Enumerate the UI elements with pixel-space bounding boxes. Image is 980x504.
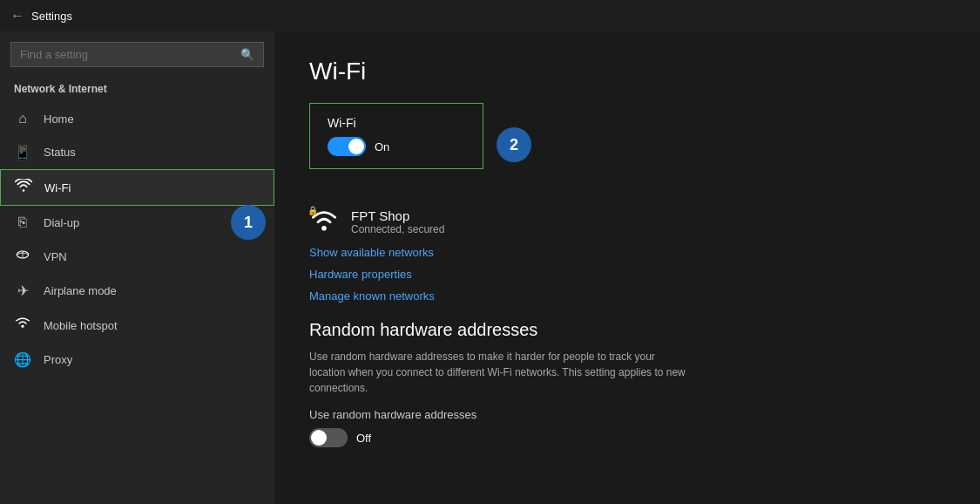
title-bar: ← Settings — [0, 0, 980, 31]
random-hw-toggle-label: Off — [356, 432, 371, 445]
wifi-card-title: Wi-Fi — [328, 116, 465, 130]
sidebar-item-dialup[interactable]: ⎘ Dial-up 1 — [0, 206, 274, 239]
random-hw-desc: Use random hardware addresses to make it… — [309, 349, 693, 396]
sidebar-item-label: VPN — [44, 250, 67, 263]
hotspot-icon — [14, 317, 31, 334]
search-icon: 🔍 — [240, 48, 254, 61]
sidebar-item-vpn[interactable]: VPN — [0, 239, 274, 274]
badge-2: 2 — [497, 127, 531, 162]
sidebar-item-proxy[interactable]: 🌐 Proxy — [0, 343, 274, 377]
sidebar-item-airplane[interactable]: ✈ Airplane mode — [0, 274, 274, 308]
connected-network: 🔒 FPT Shop Connected, secured — [309, 208, 945, 235]
random-hw-toggle-knob — [311, 430, 327, 446]
dialup-icon: ⎘ — [14, 215, 31, 230]
sidebar-item-label: Proxy — [44, 353, 72, 366]
sidebar-item-hotspot[interactable]: Mobile hotspot — [0, 308, 274, 343]
vpn-icon — [14, 248, 31, 265]
search-box[interactable]: 🔍 — [10, 42, 264, 67]
sidebar-item-status[interactable]: 📱 Status — [0, 135, 274, 169]
random-hw-toggle[interactable] — [309, 428, 348, 447]
page-title: Wi-Fi — [309, 58, 945, 85]
home-icon: ⌂ — [14, 111, 31, 126]
wifi-card: Wi-Fi On — [309, 103, 483, 169]
svg-point-2 — [321, 226, 327, 231]
sidebar-item-label: Wi-Fi — [44, 181, 71, 194]
main-layout: 🔍 Network & Internet ⌂ Home 📱 Status Wi-… — [0, 31, 980, 504]
show-networks-link[interactable]: Show available networks — [309, 246, 945, 259]
sidebar-item-label: Home — [44, 112, 74, 126]
wifi-toggle[interactable] — [328, 137, 366, 156]
hardware-properties-link[interactable]: Hardware properties — [309, 268, 945, 281]
sidebar-item-label: Dial-up — [44, 216, 79, 229]
network-status: Connected, secured — [351, 223, 444, 235]
airplane-icon: ✈ — [14, 283, 31, 299]
badge-1: 1 — [231, 205, 266, 240]
toggle-knob — [348, 139, 364, 154]
sidebar-item-label: Status — [44, 146, 76, 159]
sidebar-item-home[interactable]: ⌂ Home — [0, 102, 274, 135]
sidebar-item-label: Airplane mode — [44, 284, 117, 297]
sidebar: 🔍 Network & Internet ⌂ Home 📱 Status Wi-… — [0, 31, 274, 504]
network-name: FPT Shop — [351, 208, 444, 223]
proxy-icon: 🌐 — [14, 351, 31, 368]
network-info: FPT Shop Connected, secured — [351, 208, 444, 235]
random-hw-toggle-row: Off — [309, 428, 945, 447]
content-area: Wi-Fi Wi-Fi On 2 🔒 — [274, 31, 980, 504]
random-hw-setting-label: Use random hardware addresses — [309, 408, 945, 421]
app-title: Settings — [31, 10, 72, 23]
wifi-toggle-label: On — [375, 140, 389, 153]
search-input[interactable] — [20, 48, 233, 61]
wifi-toggle-row: On — [328, 137, 465, 156]
random-hw-title: Random hardware addresses — [309, 320, 945, 340]
sidebar-item-label: Mobile hotspot — [44, 319, 118, 332]
back-button[interactable]: ← — [10, 8, 24, 24]
manage-networks-link[interactable]: Manage known networks — [309, 289, 945, 303]
status-icon: 📱 — [14, 144, 31, 160]
sidebar-item-wifi[interactable]: Wi-Fi — [0, 169, 274, 206]
sidebar-section-title: Network & Internet — [0, 74, 274, 102]
svg-point-1 — [21, 325, 24, 328]
wifi-icon — [15, 179, 32, 196]
